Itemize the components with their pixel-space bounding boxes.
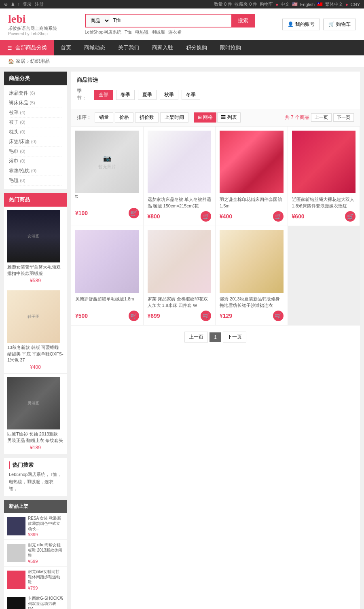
new-arrival-item-3[interactable]: 耐克nike女鞋同甘鞋休闲跑步鞋运动鞋 ¥799 — [4, 567, 67, 593]
lang-en-label[interactable]: English — [300, 2, 315, 7]
hot-product-item-3[interactable]: 男装图 匹彼T恤衫 长袖 2013新款 男装正品 翻领上衣 条纹套头 ¥189 — [4, 374, 67, 454]
cat-link-mattress[interactable]: 褥床床品 (5) — [9, 100, 35, 106]
product-price-2: ¥800 — [148, 213, 160, 220]
quick-link-down[interactable]: 羽绒服 — [152, 29, 165, 35]
list-item[interactable]: 被罩 (4) — [9, 108, 62, 118]
cat-link-pillow[interactable]: 枕头 (0) — [9, 129, 25, 135]
sort-date-btn[interactable]: 上架时间 — [160, 112, 188, 123]
next-page-btn-top[interactable]: 下一页 — [333, 113, 354, 122]
hot-product-item-1[interactable]: 女装图 雅鹿女装奢华兰努大毛领双排扣中长款羽绒服 ¥589 — [4, 207, 67, 287]
currency-icon[interactable]: ● — [345, 2, 348, 7]
quick-link-dress[interactable]: 连衣裙 — [168, 29, 182, 35]
currency-label[interactable]: CNY — [351, 2, 360, 7]
product-price-row-6: ¥699 🛒 — [148, 311, 212, 321]
hot-product-item-2[interactable]: 鞋子图 13秋冬新款 韩版 可爱蝴蝶结甜美 平底 平跟单鞋QXFS-1米色 37… — [4, 287, 67, 374]
add-to-cart-btn-5[interactable]: 🛒 — [129, 311, 139, 321]
add-to-cart-btn-1[interactable]: 🛒 — [129, 208, 139, 218]
cat-link-mattress-pad[interactable]: 床笠/床垫 (0) — [9, 139, 36, 144]
cat-link-quilt[interactable]: 被子 (0) — [9, 119, 25, 125]
qq-icon[interactable]: ♟ — [11, 2, 15, 7]
lang-en-flag[interactable]: 🇺🇸 — [292, 2, 298, 7]
lang-zh-flag[interactable]: ● — [275, 2, 278, 7]
list-item[interactable]: 靠垫/抱枕 (0) — [9, 166, 62, 176]
quick-link-electric[interactable]: 电热毯 — [135, 29, 148, 35]
new-arrival-item-1[interactable]: RESA 女装 秋装新款藏韵烟色中式立领长... ¥399 — [4, 513, 67, 540]
lang-tw-flag[interactable]: 🇹🇼 — [317, 2, 323, 7]
cart-button[interactable]: 🛒 购物车 — [323, 19, 356, 30]
nav-merchant[interactable]: 商家入驻 — [146, 40, 180, 55]
nav-all-categories[interactable]: ☰ 全部商品分类 — [0, 40, 54, 55]
cat-link-bath[interactable]: 浴巾 (0) — [9, 158, 25, 164]
hot-product-image-1: 女装图 — [7, 210, 60, 262]
add-to-cart-btn-4[interactable]: 🛒 — [345, 211, 356, 222]
product-card-5: 贝德罗舒鑫超细单毛绒被1.8m ¥500 🛒 — [71, 226, 143, 325]
season-all-btn[interactable]: 全部 — [94, 90, 113, 100]
prev-page-btn[interactable]: 上一页 — [184, 332, 208, 343]
hot-search-section: 热门搜索 LebiShop网店系统，T恤，电热毯，羽绒服，连衣裙， — [4, 458, 67, 496]
quick-link-lebishop[interactable]: LebiShop网店系统 — [85, 29, 122, 35]
nav-about[interactable]: 关于我们 — [112, 40, 146, 55]
product-image-5 — [75, 230, 139, 293]
add-to-cart-btn-2[interactable]: 🛒 — [201, 211, 211, 222]
facebook-icon[interactable]: f — [18, 2, 19, 7]
add-to-cart-btn-7[interactable]: 🛒 — [273, 311, 284, 321]
list-item[interactable]: 毛毯 (0) — [9, 176, 62, 186]
cat-link-duvet[interactable]: 被罩 (4) — [9, 110, 25, 115]
nav-news[interactable]: 商城动态 — [78, 40, 112, 55]
hot-product-name-3: 匹彼T恤衫 长袖 2013新款 男装正品 翻领上衣 条纹套头 — [7, 431, 63, 444]
new-arrival-image-2 — [7, 544, 25, 562]
new-arrival-item-2[interactable]: 耐克 nike高帮女鞋板鞋 2013新款休闲鞋 ¥599 — [4, 540, 67, 567]
product-name-6: 罗莱 床品家纺 全棉缎纹印花双人加大 1.8米床 四件套 W- — [148, 296, 212, 308]
lang-zh-label[interactable]: 中文 — [281, 1, 290, 7]
cat-link-bedding[interactable]: 床品套件 (6) — [9, 90, 35, 96]
grid-view-btn[interactable]: ⊞ 网格 — [194, 112, 216, 123]
login-link[interactable]: 登录 — [23, 1, 32, 7]
hot-product-price-3: ¥189 — [7, 445, 63, 450]
list-item[interactable]: 褥床床品 (5) — [9, 98, 62, 108]
sort-sales-btn[interactable]: 销量 — [95, 112, 113, 123]
hot-products-title: 热门商品 — [4, 193, 67, 207]
cat-link-cushion[interactable]: 靠垫/抱枕 (0) — [9, 168, 36, 173]
search-category-select[interactable]: 商品 — [85, 14, 110, 27]
sort-discount-btn[interactable]: 折价数 — [135, 112, 159, 123]
new-arrivals-section: 新品上架 RESA 女装 秋装新款藏韵烟色中式立领长... ¥399 耐克 ni… — [4, 500, 67, 609]
cat-link-towel[interactable]: 毛巾 (0) — [9, 148, 25, 154]
list-view-btn[interactable]: ☰ 列表 — [217, 112, 240, 123]
sort-price-btn[interactable]: 价格 — [115, 112, 133, 123]
quick-link-tshirt[interactable]: T恤 — [125, 29, 132, 35]
breadcrumb-home[interactable]: 家居 — [16, 58, 25, 65]
prev-page-btn-top[interactable]: 上一页 — [311, 113, 332, 122]
logo-tagline: 乐彼多语言网上商城系统 — [8, 25, 57, 32]
weibo-icon[interactable]: ⊕ — [4, 2, 8, 7]
nav-flash[interactable]: 限时抢购 — [214, 40, 248, 55]
search-input[interactable] — [110, 14, 231, 27]
next-page-btn[interactable]: 下一页 — [223, 332, 246, 343]
nav-home[interactable]: 首页 — [54, 40, 78, 55]
lang-tw-label[interactable]: 繁体中文 — [325, 1, 343, 7]
product-price-row-2: ¥800 🛒 — [148, 211, 212, 222]
cat-link-blanket[interactable]: 毛毯 (0) — [9, 178, 25, 183]
add-to-cart-btn-6[interactable]: 🛒 — [201, 311, 211, 321]
season-winter-btn[interactable]: 冬季 — [182, 90, 200, 100]
list-item[interactable]: 浴巾 (0) — [9, 156, 62, 166]
list-item[interactable]: 床笠/床垫 (0) — [9, 137, 62, 147]
add-to-cart-btn-3[interactable]: 🛒 — [273, 211, 284, 222]
account-button[interactable]: 👤 我的账号 — [282, 19, 320, 30]
new-arrival-item-4[interactable]: 卡西欧G-SHOCK系列双显运动男表GA-... ¥480 — [4, 593, 67, 609]
season-spring-btn[interactable]: 春季 — [116, 90, 135, 100]
page-1-btn[interactable]: 1 — [210, 332, 221, 342]
new-arrival-image-3 — [7, 571, 25, 589]
hot-product-image-2: 鞋子图 — [7, 290, 60, 343]
season-autumn-btn[interactable]: 秋季 — [160, 90, 178, 100]
product-price-4: ¥600 — [292, 213, 305, 220]
logo-text: lebi — [8, 13, 57, 25]
register-link[interactable]: 注册 — [35, 1, 44, 7]
search-button[interactable]: 搜索 — [231, 14, 255, 27]
list-item[interactable]: 毛巾 (0) — [9, 147, 62, 156]
nav-points[interactable]: 积分换购 — [180, 40, 214, 55]
product-price-row-1: ¥100 🛒 — [75, 208, 139, 218]
list-item[interactable]: 被子 (0) — [9, 118, 62, 127]
list-item[interactable]: 枕头 (0) — [9, 127, 62, 137]
season-summer-btn[interactable]: 夏季 — [138, 90, 157, 100]
list-item[interactable]: 床品套件 (6) — [9, 89, 62, 98]
